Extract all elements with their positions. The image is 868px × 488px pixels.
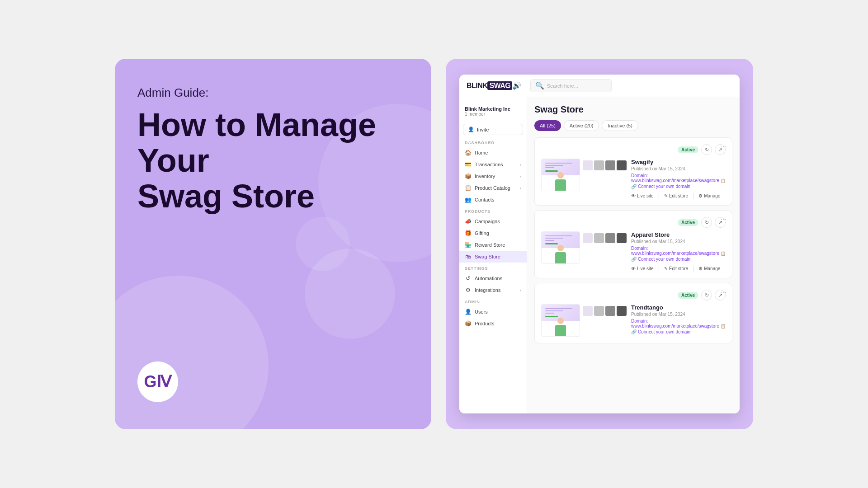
card-preview-2 (541, 231, 627, 272)
admin-section-label: ADMIN (459, 296, 527, 306)
sidebar-item-users[interactable]: 👤 Users (459, 306, 527, 318)
sidebar-item-contacts[interactable]: 👥 Contacts (459, 194, 527, 206)
store-preview-main-2 (541, 231, 580, 264)
tab-inactive[interactable]: Inactive (5) (602, 120, 638, 131)
tab-active[interactable]: Active (20) (564, 120, 599, 131)
sidebar-item-gifting[interactable]: 🎁 Gifting (459, 227, 527, 239)
dots-menu-3[interactable]: ⋯ (720, 289, 726, 296)
transactions-icon: 💳 (465, 161, 471, 168)
sidebar-item-reward-store[interactable]: 🏪 Reward Store (459, 239, 527, 251)
product-thumbs-3 (583, 306, 627, 337)
sidebar-item-integrations[interactable]: ⚙ Integrations (459, 284, 527, 296)
app-topbar: BLINKSWAG🔊 🔍 Search here... (459, 75, 740, 97)
contacts-icon: 👥 (465, 197, 471, 203)
user-icon: 👤 (468, 127, 474, 132)
store-published-1: Published on Mar 15, 2024 (631, 166, 726, 171)
dots-menu-2[interactable]: ⋯ (720, 216, 726, 223)
right-panel: BLINKSWAG🔊 🔍 Search here... Blink Market… (446, 59, 753, 429)
sidebar-item-inventory[interactable]: 📦 Inventory (459, 170, 527, 182)
status-badge-3: Active (678, 292, 698, 299)
store-domain-3: Domain: www.blinkswag.com/marketplace/sw… (631, 319, 726, 328)
manage-button-1[interactable]: ⚙ Manage (698, 192, 720, 199)
home-icon: 🏠 (465, 150, 471, 156)
copy-icon-3[interactable]: 📋 (721, 324, 726, 328)
copy-icon-2[interactable]: 📋 (721, 251, 726, 256)
automations-icon: ↺ (465, 275, 471, 282)
refresh-button-1[interactable]: ↻ (701, 144, 712, 155)
sidebar-item-transactions[interactable]: 💳 Transactions (459, 159, 527, 170)
dots-menu-1[interactable]: ⋯ (720, 143, 726, 150)
reward-icon: 🏪 (465, 242, 471, 248)
brand-g-icon: GⅣ (144, 372, 171, 391)
edit-store-button-1[interactable]: ✎ Edit store (664, 192, 688, 199)
connect-link-3[interactable]: 🔗 Connect your own domain (631, 329, 726, 334)
status-badge-1: Active (678, 146, 698, 153)
eye-icon-2: 👁 (631, 266, 636, 271)
campaigns-icon: 📣 (465, 218, 471, 225)
filter-tabs: All (25) Active (20) Inactive (5) (534, 120, 732, 131)
store-preview-main-1 (541, 159, 580, 191)
sidebar-item-automations[interactable]: ↺ Automations (459, 272, 527, 284)
preview-bottom-2 (542, 248, 580, 264)
manage-icon-1: ⚙ (698, 193, 703, 198)
inventory-icon: 📦 (465, 173, 471, 179)
refresh-button-3[interactable]: ↻ (701, 290, 712, 300)
sidebar-item-swag-store[interactable]: 🛍 Swag Store (459, 251, 527, 263)
chain-icon-2: 🔗 (631, 257, 637, 262)
admin-guide-label: Admin Guide: (137, 86, 409, 100)
users-icon: 👤 (465, 309, 471, 315)
live-site-button-2[interactable]: 👁 Live site (631, 265, 654, 272)
store-published-3: Published on Mar 15, 2024 (631, 312, 726, 317)
org-section: Blink Marketing Inc 1 member (459, 103, 527, 122)
card-info-3: Trendtango Published on Mar 15, 2024 Dom… (631, 304, 726, 337)
card-header-1: Active ↻ ↗ ⋯ (541, 144, 726, 155)
store-preview-main-3 (541, 304, 580, 337)
card-header-2: Active ↻ ↗ ⋯ (541, 217, 726, 228)
sidebar-item-product-catalog[interactable]: 📋 Product Catalog (459, 182, 527, 194)
connect-link-1[interactable]: 🔗 Connect your own domain (631, 184, 726, 189)
gifting-icon: 🎁 (465, 230, 471, 236)
edit-store-button-2[interactable]: ✎ Edit store (664, 265, 688, 272)
products-section-label: PRODUCTS (459, 206, 527, 216)
main-content: Swag Store All (25) Active (20) Inactive… (527, 97, 740, 413)
eye-icon-1: 👁 (631, 193, 636, 198)
manage-button-2[interactable]: ⚙ Manage (698, 265, 720, 272)
preview-bottom-1 (542, 175, 580, 191)
copy-icon-1[interactable]: 📋 (721, 178, 726, 183)
person-figure-3 (553, 318, 568, 337)
sidebar: Blink Marketing Inc 1 member 👤 Invite DA… (459, 97, 527, 413)
sidebar-item-products[interactable]: 📦 Products (459, 318, 527, 329)
chain-icon-3: 🔗 (631, 329, 637, 334)
search-bar[interactable]: 🔍 Search here... (530, 79, 612, 92)
org-name: Blink Marketing Inc (465, 106, 521, 112)
card-preview-1 (541, 159, 627, 199)
dashboard-section-label: DASHBOARD (459, 137, 527, 147)
connect-link-2[interactable]: 🔗 Connect your own domain (631, 257, 726, 262)
search-placeholder: Search here... (547, 83, 578, 89)
page-title: Swag Store (534, 104, 732, 115)
catalog-icon: 📋 (465, 185, 471, 191)
store-card-1: Active ↻ ↗ ⋯ (534, 137, 732, 206)
edit-icon-1: ✎ (664, 193, 668, 198)
swag-icon: 🛍 (465, 253, 471, 260)
edit-icon-2: ✎ (664, 266, 668, 271)
invite-button[interactable]: 👤 Invite (463, 124, 523, 135)
products-icon: 📦 (465, 320, 471, 327)
card-info-2: Apparel Store Published on Mar 15, 2024 … (631, 231, 726, 272)
brand-logo: BLINKSWAG🔊 (467, 81, 521, 90)
tab-all[interactable]: All (25) (534, 120, 561, 131)
sidebar-item-campaigns[interactable]: 📣 Campaigns (459, 216, 527, 227)
card-body-2: Apparel Store Published on Mar 15, 2024 … (541, 231, 726, 272)
store-published-2: Published on Mar 15, 2024 (631, 239, 726, 244)
store-domain-1: Domain: www.blinkswag.com/marketplace/sw… (631, 173, 726, 183)
store-domain-2: Domain: www.blinkswag.com/marketplace/sw… (631, 246, 726, 256)
sidebar-item-home[interactable]: 🏠 Home (459, 147, 527, 159)
card-body-1: Swagify Published on Mar 15, 2024 Domain… (541, 159, 726, 199)
refresh-button-2[interactable]: ↻ (701, 217, 712, 228)
card-header-3: Active ↻ ↗ ⋯ (541, 290, 726, 300)
person-figure-2 (553, 245, 568, 264)
store-card-3: Active ↻ ↗ ⋯ (534, 283, 732, 343)
card-info-1: Swagify Published on Mar 15, 2024 Domain… (631, 159, 726, 199)
live-site-button-1[interactable]: 👁 Live site (631, 192, 654, 199)
chain-icon-1: 🔗 (631, 184, 637, 189)
